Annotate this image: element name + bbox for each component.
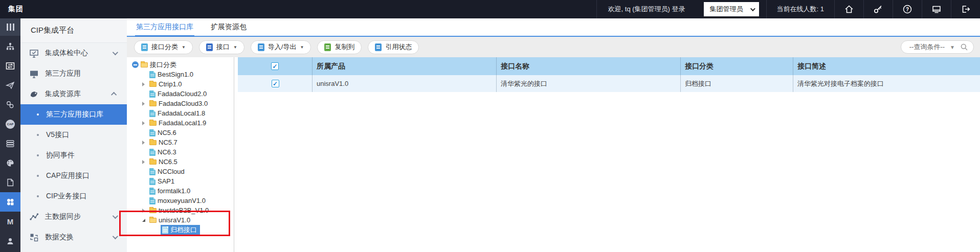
sidebar-item-cap-interface[interactable]: CAP应用接口 xyxy=(20,166,127,186)
expand-icon[interactable] xyxy=(142,121,145,125)
copy-to-button[interactable]: 复制到 xyxy=(317,40,362,54)
health-monitor-icon xyxy=(29,48,39,58)
tree-node[interactable]: FadadaLocal1.8 xyxy=(127,108,234,118)
interface-category-button[interactable]: 接口分类 ▼ xyxy=(134,40,193,54)
tree-node[interactable]: formtalk1.0 xyxy=(127,186,234,196)
role-select[interactable]: 集团管理员 xyxy=(704,2,759,16)
sidebar-item-cip-business-interface[interactable]: CIP业务接口 xyxy=(20,186,127,207)
password-button[interactable] xyxy=(863,0,893,18)
file-icon xyxy=(149,90,155,98)
rail-transfer-button[interactable] xyxy=(0,56,20,76)
tree-node-label: moxueyuanV1.0 xyxy=(158,197,206,204)
search-icon xyxy=(960,43,968,51)
copy-icon xyxy=(324,43,331,51)
rail-link-button[interactable] xyxy=(0,95,20,114)
tree-node[interactable]: NC5.7 xyxy=(127,138,234,147)
cap-icon: CAP xyxy=(6,120,15,129)
expand-icon[interactable] xyxy=(142,209,145,213)
tree-node-label: SAP1 xyxy=(158,177,174,185)
tree-node[interactable]: SAP1 xyxy=(127,176,234,186)
rail-user-button[interactable] xyxy=(0,231,20,250)
content-area: 接口分类 BestSign1.0 Ctrip1.0 FadadaCloud2.0 xyxy=(127,57,980,252)
sidebar-item-data-exchange[interactable]: 数据交换 xyxy=(20,227,127,247)
sidebar-item-resource-library[interactable]: 集成资源库 xyxy=(20,84,127,104)
tree-node[interactable]: Ctrip1.0 xyxy=(127,79,234,89)
cell-interface-name: 清华紫光的接口 xyxy=(496,75,680,92)
file-icon xyxy=(149,188,155,195)
tab-extension-package[interactable]: 扩展资源包 xyxy=(210,18,248,37)
file-icon xyxy=(149,168,155,175)
rail-mdm-button[interactable]: M xyxy=(0,212,20,231)
folder-open-icon xyxy=(141,62,148,67)
sidebar: CIP集成平台 集成体检中心 第三方应用 集成资源库 xyxy=(20,18,127,252)
sidebar-item-label: 集成资源库 xyxy=(45,89,113,99)
table-row[interactable]: ✓ unisraV1.0 清华紫光的接口 归档接口 清华紫光对接电子档案的接口 xyxy=(238,75,980,92)
folder-icon xyxy=(149,140,157,145)
help-button[interactable]: ? xyxy=(893,0,922,18)
rail-cap-button[interactable]: CAP xyxy=(0,114,20,134)
tree-node-unisra[interactable]: unisraV1.0 xyxy=(127,215,234,225)
tree-node-label: NCCloud xyxy=(158,168,185,175)
chevron-down-icon xyxy=(113,50,118,55)
sidebar-item-v5-interface[interactable]: V5接口 xyxy=(20,125,127,145)
sidebar-item-interface-library[interactable]: 第三方应用接口库 xyxy=(20,104,127,125)
monitor-icon xyxy=(29,68,39,79)
send-icon xyxy=(6,81,15,90)
tree-node[interactable]: NCCloud xyxy=(127,167,234,176)
query-condition-select[interactable]: --查询条件-- ▼ xyxy=(901,40,974,54)
rail-send-button[interactable] xyxy=(0,76,20,95)
column-header-interface-description: 接口简述 xyxy=(793,57,980,75)
toolbar: 接口分类 ▼ 接口 ▼ 导入/导出 ▼ 复制到 xyxy=(127,37,980,57)
expand-icon[interactable] xyxy=(142,82,145,86)
import-export-icon xyxy=(258,43,264,51)
m-icon: M xyxy=(7,217,14,226)
tree-root[interactable]: 接口分类 xyxy=(127,60,234,70)
tab-interface-library[interactable]: 第三方应用接口库 xyxy=(135,18,194,37)
row-checkbox[interactable]: ✓ xyxy=(272,80,279,87)
expand-icon[interactable] xyxy=(142,102,145,106)
tree-node-label: FadadaCloud2.0 xyxy=(158,90,207,98)
console-button[interactable] xyxy=(922,0,951,18)
tree-node[interactable]: FadadaCloud3.0 xyxy=(127,99,234,108)
rail-apps-button[interactable] xyxy=(0,192,20,212)
home-button[interactable] xyxy=(834,0,863,18)
rail-org-button[interactable] xyxy=(0,37,20,56)
app-shell: CAP xyxy=(0,18,980,252)
reference-status-button[interactable]: 引用状态 xyxy=(368,40,419,54)
rail-columns-button[interactable] xyxy=(0,18,20,36)
tree-node[interactable]: moxueyuanV1.0 xyxy=(127,196,234,205)
rail-palette-button[interactable] xyxy=(0,153,20,173)
tree-node-label: unisraV1.0 xyxy=(159,216,190,224)
sidebar-item-label: 协同事件 xyxy=(46,151,120,160)
column-header-product: 所属产品 xyxy=(312,57,496,75)
bullet-icon xyxy=(37,113,39,116)
sidebar-item-label: 第三方应用 xyxy=(45,69,120,78)
apps-icon xyxy=(6,197,15,207)
transfer-icon xyxy=(6,61,15,71)
expand-icon[interactable] xyxy=(142,141,145,145)
sidebar-item-master-data-sync[interactable]: 主数据同步 xyxy=(20,207,127,227)
tree-node-archive-selected[interactable]: 归档接口 xyxy=(127,225,234,235)
expand-icon[interactable] xyxy=(142,160,145,164)
rail-layers-button[interactable] xyxy=(0,134,20,153)
sidebar-item-collab-events[interactable]: 协同事件 xyxy=(20,145,127,166)
logout-button[interactable] xyxy=(951,0,980,18)
rail-document-button[interactable] xyxy=(0,173,20,192)
tree-selection[interactable]: 归档接口 xyxy=(161,225,200,235)
tree-node[interactable]: FadadaCloud2.0 xyxy=(127,89,234,99)
collapse-icon[interactable] xyxy=(142,219,145,222)
sidebar-item-third-party-app[interactable]: 第三方应用 xyxy=(20,63,127,84)
online-count: 当前在线人数: 1 xyxy=(767,5,834,14)
tree-node[interactable]: NC6.3 xyxy=(127,147,234,157)
collapse-icon[interactable] xyxy=(132,61,139,68)
import-export-button[interactable]: 导入/导出 ▼ xyxy=(251,40,311,54)
interface-button[interactable]: 接口 ▼ xyxy=(199,40,244,54)
tree-node[interactable]: NC5.6 xyxy=(127,128,234,138)
sidebar-item-health-center[interactable]: 集成体检中心 xyxy=(20,43,127,63)
tree-node[interactable]: FadadaLocal1.9 xyxy=(127,118,234,128)
tree-node[interactable]: NC6.5 xyxy=(127,157,234,167)
tree-node[interactable]: BestSign1.0 xyxy=(127,70,234,79)
tree-node[interactable]: trustdoB2B_V1.0 xyxy=(127,205,234,215)
select-all-checkbox[interactable]: ✓ xyxy=(271,62,279,70)
folder-icon xyxy=(149,121,157,126)
